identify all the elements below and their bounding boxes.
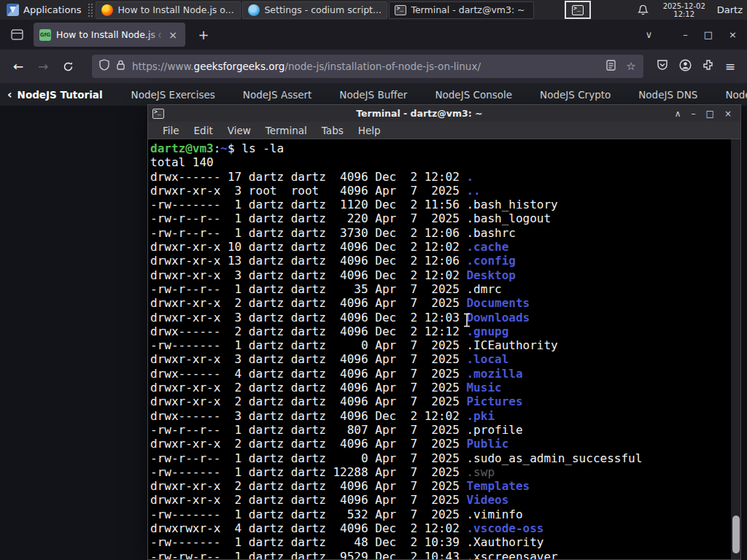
pocket-icon[interactable] (657, 59, 668, 74)
firefox-nav-toolbar: ← → https://www.geeksforgeeks.org/node-j… (0, 50, 747, 83)
terminal-line: drwxr-xr-x 2 dartz dartz 4096 Apr 7 2025… (150, 296, 740, 310)
terminal-scrollbar[interactable] (731, 139, 740, 559)
terminal-text-segment: Desktop (466, 268, 515, 282)
reload-button[interactable] (57, 55, 79, 77)
menu-file[interactable]: File (155, 123, 187, 138)
tab-title-fade (146, 23, 165, 47)
terminal-line: -rw-rw-r-- 1 dartz dartz 9529 Dec 2 10:4… (150, 550, 740, 559)
taskbar-item-codium[interactable]: Settings - codium script... (242, 1, 387, 19)
applications-menu-button[interactable]: Applications (0, 0, 88, 20)
terminal-text-segment: .local (466, 352, 508, 366)
extensions-puzzle-icon[interactable] (703, 59, 714, 74)
account-icon[interactable] (679, 59, 692, 74)
scrollbar-thumb[interactable] (732, 516, 740, 553)
terminal-line: drwxrwxr-x 4 dartz dartz 4096 Dec 2 12:0… (150, 521, 740, 535)
terminal-text-segment: drwxr-xr-x 2 dartz dartz 4096 Apr 7 2025 (150, 394, 466, 408)
notifications-bell-icon[interactable] (638, 4, 649, 16)
gfg-nav-item[interactable]: NodeJS Assert (243, 89, 312, 101)
terminal-icon (395, 5, 406, 15)
menu-view[interactable]: View (220, 123, 258, 138)
terminal-text-segment: .pki (466, 409, 495, 423)
tab-how-to-install-nodejs[interactable]: GfG How to Install Node.js o × (34, 23, 185, 47)
taskbar-item-firefox[interactable]: How to Install Node.js o... (96, 1, 241, 19)
terminal-text-segment: : (214, 141, 221, 155)
terminal-text-segment: .viminfo (466, 508, 522, 521)
menu-terminal[interactable]: Terminal (258, 123, 314, 138)
bookmark-star-icon[interactable]: ☆ (626, 60, 635, 73)
terminal-content[interactable]: dartz@vm3:~$ ls -latotal 140drwx------ 1… (148, 139, 740, 559)
panel-user-menu[interactable]: Dartz (717, 4, 743, 15)
forward-button[interactable]: → (32, 55, 54, 77)
terminal-line: drwxr-xr-x 2 dartz dartz 4096 Apr 7 2025… (150, 479, 740, 493)
terminal-text-segment: drwxr-xr-x 3 root root 4096 Apr 7 2025 (150, 184, 466, 198)
terminal-line: drwxr-xr-x 2 dartz dartz 4096 Apr 7 2025… (150, 381, 740, 394)
terminal-text-segment: Music (466, 381, 501, 394)
menu-help[interactable]: Help (351, 123, 388, 138)
browser-maximize-button[interactable]: □ (704, 29, 713, 40)
menu-edit[interactable]: Edit (187, 123, 220, 138)
gfg-nav-item[interactable]: NodeJS DNS (638, 89, 697, 101)
chevron-left-icon: ‹ (7, 88, 12, 101)
hamburger-menu-icon[interactable]: ≡ (725, 59, 735, 74)
taskbar-item-terminal[interactable]: Terminal - dartz@vm3: ~ (389, 1, 534, 19)
terminal-text-segment: .cache (466, 240, 508, 254)
terminal-text-segment: .bash_history (466, 198, 557, 211)
terminal-line: -rw------- 1 dartz dartz 12288 Apr 7 202… (150, 465, 740, 479)
menu-tabs[interactable]: Tabs (314, 123, 351, 138)
terminal-line: drwx------ 3 dartz dartz 4096 Dec 2 12:0… (150, 409, 740, 423)
gfg-back-link[interactable]: ‹ NodeJS Tutorial (7, 88, 103, 101)
terminal-text-segment: drwxr-xr-x 2 dartz dartz 4096 Apr 7 2025 (150, 493, 466, 507)
terminal-text-segment: .vscode-oss (466, 521, 543, 535)
terminal-output: dartz@vm3:~$ ls -latotal 140drwx------ 1… (150, 141, 740, 559)
ibeam-cursor (462, 313, 471, 330)
top-panel: Applications How to Install Node.js o...… (0, 0, 747, 20)
gfg-nav-item[interactable]: NodeJS Console (435, 89, 512, 101)
terminal-text-segment: drwxr-xr-x 2 dartz dartz 4096 Apr 7 2025 (150, 296, 466, 310)
terminal-close-button[interactable]: × (724, 109, 732, 119)
gfg-nav-item[interactable]: NodeJS Exercises (131, 89, 215, 101)
panel-clock[interactable]: 2025-12-02 12:12 (663, 2, 705, 18)
gfg-nav-item[interactable]: NodeJS Buffer (339, 89, 407, 101)
terminal-text-segment: .xscreensaver (466, 550, 557, 559)
reader-view-icon[interactable] (606, 60, 616, 74)
terminal-text-segment: .sudo_as_admin_successful (466, 451, 642, 465)
back-button[interactable]: ← (7, 55, 29, 77)
task-label: Terminal - dartz@vm3: ~ (411, 4, 525, 15)
terminal-text-segment: drwxr-xr-x 3 dartz dartz 4096 Dec 2 12:0… (150, 268, 466, 282)
tab-close-icon[interactable]: × (166, 28, 179, 42)
panel-grip (88, 3, 93, 18)
terminal-text-segment: -rw------- 1 dartz dartz 12288 Apr 7 202… (150, 465, 466, 479)
task-label: Settings - codium script... (264, 4, 381, 15)
gfg-nav-item[interactable]: Node (725, 89, 747, 101)
terminal-text-segment: .swp (466, 465, 495, 479)
applications-icon (7, 4, 19, 16)
url-bar[interactable]: https://www.geeksforgeeks.org/node-js/in… (92, 55, 643, 78)
gfg-subnav: ‹ NodeJS Tutorial NodeJS Exercises NodeJ… (0, 83, 747, 106)
terminal-text-segment: -rw------- 1 dartz dartz 0 Apr 7 2025 (150, 338, 466, 352)
terminal-text-segment: .profile (466, 423, 522, 437)
terminal-minimize-button[interactable]: – (692, 109, 696, 119)
terminal-text-segment: Pictures (466, 394, 522, 408)
terminal-text-segment: .config (466, 254, 515, 268)
terminal-launcher[interactable] (565, 1, 591, 19)
terminal-text-segment: drwx------ 17 dartz dartz 4096 Dec 2 12:… (150, 170, 466, 184)
lock-icon[interactable] (116, 59, 125, 74)
terminal-maximize-button[interactable]: □ (706, 109, 714, 119)
browser-minimize-button[interactable]: – (683, 29, 688, 40)
browser-close-button[interactable]: × (729, 29, 737, 40)
new-tab-button[interactable]: + (194, 26, 213, 44)
terminal-line: drwxr-xr-x 10 dartz dartz 4096 Dec 2 12:… (150, 240, 740, 254)
terminal-titlebar[interactable]: Terminal - dartz@vm3: ~ ∧ – □ × (148, 105, 740, 122)
terminal-text-segment: dartz@vm3 (150, 141, 214, 155)
terminal-text-segment: drwxr-xr-x 2 dartz dartz 4096 Apr 7 2025 (150, 479, 466, 493)
tracking-shield-icon[interactable] (99, 59, 109, 74)
terminal-text-segment: $ ls -la (228, 141, 284, 155)
terminal-text-segment: -rw-r--r-- 1 dartz dartz 807 Apr 7 2025 (150, 423, 466, 437)
firefox-view-button[interactable] (6, 25, 28, 45)
terminal-text-segment: total 140 (150, 155, 214, 169)
terminal-shade-button[interactable]: ∧ (675, 109, 681, 119)
list-all-tabs-chevron-icon[interactable]: ∨ (646, 29, 653, 40)
terminal-text-segment: -rw------- 1 dartz dartz 1120 Dec 2 11:5… (150, 198, 466, 211)
terminal-line: drwx------ 17 dartz dartz 4096 Dec 2 12:… (150, 170, 740, 184)
gfg-nav-item[interactable]: NodeJS Crypto (540, 89, 611, 101)
